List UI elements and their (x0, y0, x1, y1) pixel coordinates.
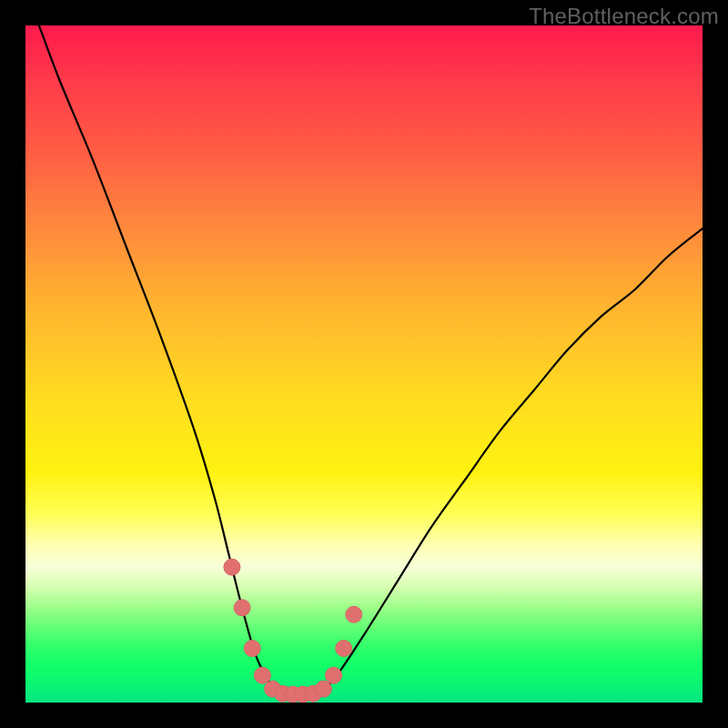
highlight-dot (234, 600, 250, 616)
highlight-dot (315, 681, 331, 697)
bottleneck-curve (39, 25, 703, 695)
chart-frame: { "watermark": "TheBottleneck.com", "cha… (0, 0, 728, 728)
highlight-dot (224, 559, 240, 575)
plot-area (25, 25, 703, 703)
highlight-dot (244, 641, 260, 657)
highlight-dot (254, 667, 270, 683)
highlight-dot (336, 641, 352, 657)
highlight-dot (346, 606, 362, 622)
highlight-dot (326, 667, 342, 683)
curve-overlay (25, 25, 703, 703)
highlight-dots (224, 559, 362, 703)
